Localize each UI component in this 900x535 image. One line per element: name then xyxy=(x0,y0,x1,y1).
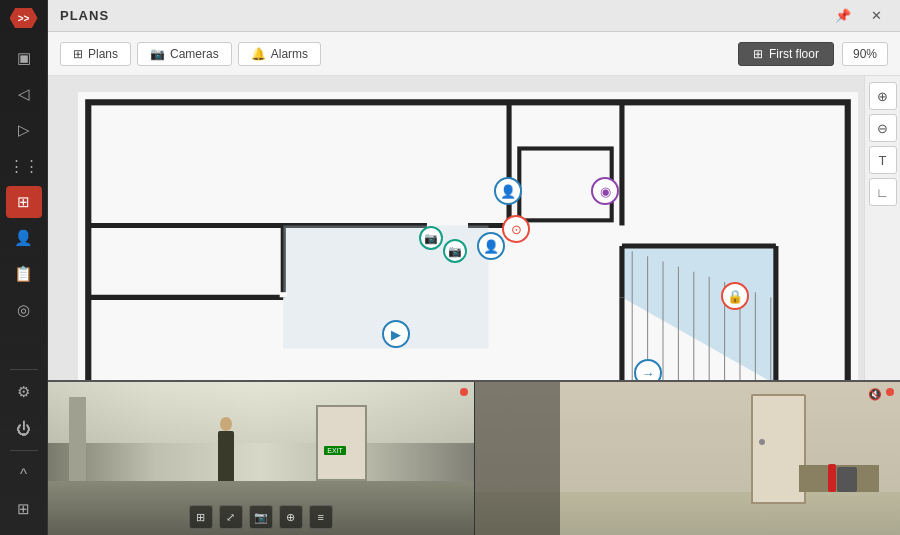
feed-1-status-dot xyxy=(460,388,468,396)
plans-tab-label: Plans xyxy=(88,47,118,61)
close-button[interactable]: ✕ xyxy=(865,6,888,25)
tag-icon: ◁ xyxy=(18,85,30,103)
info-icon: ◎ xyxy=(17,301,30,319)
plans-tab-icon: ⊞ xyxy=(73,47,83,61)
feed-2-volume: 🔇 xyxy=(868,388,882,401)
alarm-center-icon[interactable]: ⊙ xyxy=(502,215,530,243)
text-tool-icon: T xyxy=(879,153,887,168)
camera-top-center-icon[interactable]: 👤 xyxy=(494,177,522,205)
sidebar: >> ▣ ◁ ▷ ⋮⋮ ⊞ 👤 📋 ◎ ⚙ ⏻ ^ ⊞ xyxy=(0,0,48,535)
nav-bottom-icon[interactable]: → xyxy=(634,359,662,380)
floor-label: First floor xyxy=(769,47,819,61)
zoom-out-icon: ⊖ xyxy=(877,121,888,136)
monitor-icon: ▣ xyxy=(17,49,31,67)
sidebar-item-grid-bottom[interactable]: ⊞ xyxy=(6,493,42,525)
cameras-tab-icon: 📷 xyxy=(150,47,165,61)
nodes-icon: ⚙ xyxy=(17,383,30,401)
pin-button[interactable]: 📌 xyxy=(829,6,857,25)
title-bar: PLANS 📌 ✕ xyxy=(48,0,900,32)
zoom-in-button[interactable]: ⊕ xyxy=(869,82,897,110)
person-icon: 👤 xyxy=(14,229,33,247)
sidebar-item-report[interactable]: 📋 xyxy=(6,258,42,290)
cameras-tab-label: Cameras xyxy=(170,47,219,61)
text-tool-button[interactable]: T xyxy=(869,146,897,174)
map-icon: ⊞ xyxy=(17,193,30,211)
app-logo: >> xyxy=(10,8,38,28)
plan-tools: ⊕ ⊖ T ∟ xyxy=(864,76,900,380)
power-icon: ⏻ xyxy=(16,420,31,437)
sidebar-divider xyxy=(10,369,38,370)
tab-cameras[interactable]: 📷 Cameras xyxy=(137,42,232,66)
camera-mid-center-icon[interactable]: 👤 xyxy=(477,232,505,260)
sidebar-item-grid-small[interactable]: ⋮⋮ xyxy=(6,150,42,182)
sidebar-item-play[interactable]: ▷ xyxy=(6,114,42,146)
title-bar-actions: 📌 ✕ xyxy=(829,6,888,25)
alarms-tab-label: Alarms xyxy=(271,47,308,61)
camera-mid-center-symbol: 👤 xyxy=(483,239,499,254)
sidebar-item-map[interactable]: ⊞ xyxy=(6,186,42,218)
sidebar-divider-2 xyxy=(10,450,38,451)
report-icon: 📋 xyxy=(14,265,33,283)
toolbar-tabs: ⊞ Plans 📷 Cameras 🔔 Alarms xyxy=(60,42,738,66)
measure-icon: ∟ xyxy=(876,185,889,200)
sidebar-item-person[interactable]: 👤 xyxy=(6,222,42,254)
play-icon: ▷ xyxy=(18,121,30,139)
camera-feed-2[interactable]: 🔇 xyxy=(475,382,901,535)
camera-mid-left2-icon[interactable]: 📷 xyxy=(443,239,467,263)
grid-small-icon: ⋮⋮ xyxy=(9,157,39,175)
feed-1-menu-btn[interactable]: ≡ xyxy=(309,505,333,529)
measure-button[interactable]: ∟ xyxy=(869,178,897,206)
feed-1-grid-btn[interactable]: ⊞ xyxy=(189,505,213,529)
feed-2-bg xyxy=(475,382,901,535)
zoom-in-icon: ⊕ xyxy=(877,89,888,104)
alarm-top-right-icon[interactable]: ◉ xyxy=(591,177,619,205)
camera-feeds: EXIT ⊞ ⤢ 📷 ⊕ ≡ xyxy=(48,380,900,535)
plan-area: 👤 ◉ 📷 📷 👤 ⊙ ▶ xyxy=(48,76,900,380)
camera-person-symbol: 👤 xyxy=(500,184,516,199)
tab-alarms[interactable]: 🔔 Alarms xyxy=(238,42,321,66)
alarm-center-symbol: ⊙ xyxy=(511,222,522,237)
zoom-level: 90% xyxy=(842,42,888,66)
grid-bottom-icon: ⊞ xyxy=(17,500,30,518)
zoom-out-button[interactable]: ⊖ xyxy=(869,114,897,142)
camera-left-room-symbol: ▶ xyxy=(391,327,401,342)
camera-feed-1[interactable]: EXIT ⊞ ⤢ 📷 ⊕ ≡ xyxy=(48,382,475,535)
plan-canvas[interactable]: 👤 ◉ 📷 📷 👤 ⊙ ▶ xyxy=(48,76,864,380)
sidebar-item-power[interactable]: ⏻ xyxy=(6,412,42,444)
feed-1-camera-btn[interactable]: 📷 xyxy=(249,505,273,529)
toolbar: ⊞ Plans 📷 Cameras 🔔 Alarms ⊞ First floor… xyxy=(48,32,900,76)
alarm-purple-symbol: ◉ xyxy=(600,184,611,199)
logo-text: >> xyxy=(18,13,30,24)
sidebar-item-monitor[interactable]: ▣ xyxy=(6,42,42,74)
camera-left-room-icon[interactable]: ▶ xyxy=(382,320,410,348)
feed-2-status-dot xyxy=(886,388,894,396)
floor-icon: ⊞ xyxy=(753,47,763,61)
sidebar-item-info[interactable]: ◎ xyxy=(6,294,42,326)
feed-1-expand-btn[interactable]: ⤢ xyxy=(219,505,243,529)
sidebar-item-nodes[interactable]: ⚙ xyxy=(6,376,42,408)
feed-1-plus-btn[interactable]: ⊕ xyxy=(279,505,303,529)
toolbar-right: ⊞ First floor 90% xyxy=(738,42,888,66)
floor-selector[interactable]: ⊞ First floor xyxy=(738,42,834,66)
main-content: PLANS 📌 ✕ ⊞ Plans 📷 Cameras 🔔 Alarms ⊞ xyxy=(48,0,900,535)
sidebar-item-tag[interactable]: ◁ xyxy=(6,78,42,110)
tab-plans[interactable]: ⊞ Plans xyxy=(60,42,131,66)
device-right-symbol: 🔒 xyxy=(727,289,743,304)
nav-bottom-symbol: → xyxy=(642,366,655,381)
sidebar-item-chevron[interactable]: ^ xyxy=(6,457,42,489)
page-title: PLANS xyxy=(60,8,829,23)
feed-1-controls: ⊞ ⤢ 📷 ⊕ ≡ xyxy=(189,505,333,529)
floor-plan-svg xyxy=(78,91,858,380)
teal-camera-symbol-1: 📷 xyxy=(424,232,438,245)
device-right-icon[interactable]: 🔒 xyxy=(721,282,749,310)
chevron-up-icon: ^ xyxy=(20,465,27,482)
camera-mid-left1-icon[interactable]: 📷 xyxy=(419,226,443,250)
teal-camera-symbol-2: 📷 xyxy=(448,245,462,258)
alarms-tab-icon: 🔔 xyxy=(251,47,266,61)
